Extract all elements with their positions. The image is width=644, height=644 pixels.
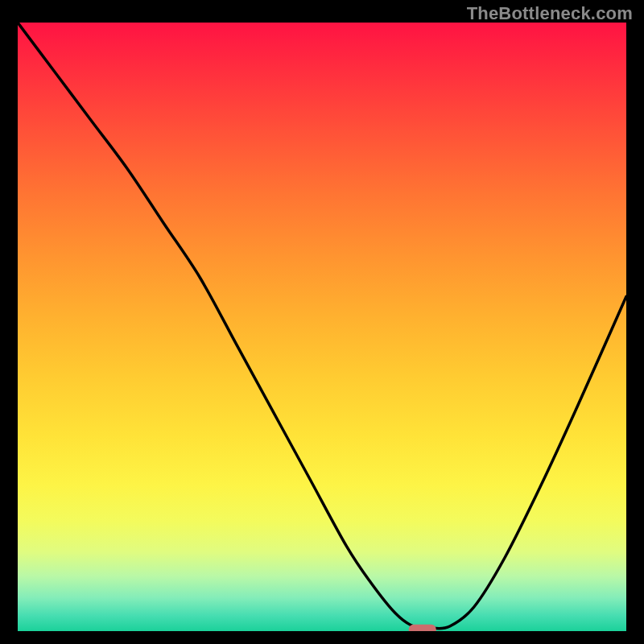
watermark-text: TheBottleneck.com: [467, 3, 633, 24]
bottleneck-curve: [18, 23, 626, 629]
optimal-point-marker: [409, 625, 436, 631]
curve-layer: [18, 23, 626, 631]
plot-area: [18, 23, 626, 631]
chart-frame: TheBottleneck.com: [0, 0, 644, 644]
